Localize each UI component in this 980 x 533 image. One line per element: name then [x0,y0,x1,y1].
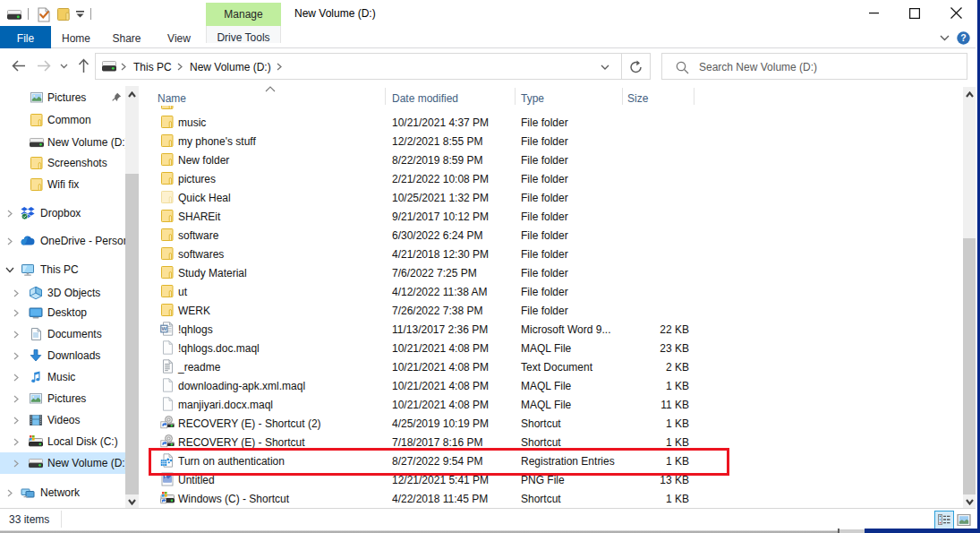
svg-text:?: ? [960,32,966,43]
